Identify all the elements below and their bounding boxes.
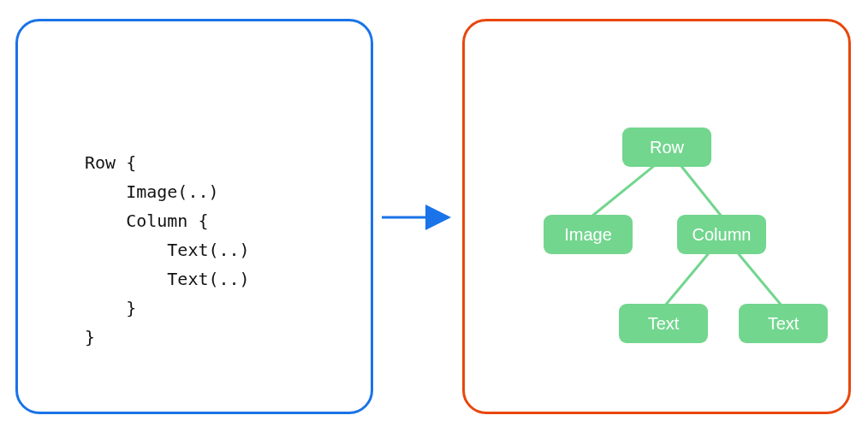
tree-node-text-1: Text: [619, 304, 708, 343]
svg-line-2: [681, 165, 722, 216]
code-panel: Row { Image(..) Column { Text(..) Text(.…: [15, 19, 373, 414]
code-line: }: [85, 327, 95, 347]
compose-code-block: Row { Image(..) Column { Text(..) Text(.…: [85, 148, 250, 352]
tree-node-image: Image: [544, 215, 633, 254]
tree-node-column: Column: [677, 215, 766, 254]
svg-line-1: [592, 165, 655, 216]
code-line: Text(..): [85, 269, 250, 289]
code-line: Image(..): [85, 181, 219, 202]
tree-edges: [465, 21, 848, 412]
svg-line-4: [739, 254, 782, 305]
tree-node-row: Row: [622, 128, 711, 167]
code-line: Column {: [85, 211, 209, 231]
tree-panel: Row Image Column Text Text: [462, 19, 851, 414]
code-line: Text(..): [85, 240, 250, 260]
svg-line-3: [665, 254, 708, 305]
code-line: }: [85, 298, 136, 318]
arrow-icon: [382, 209, 455, 226]
code-line: Row {: [85, 152, 136, 173]
tree-node-text-2: Text: [739, 304, 828, 343]
